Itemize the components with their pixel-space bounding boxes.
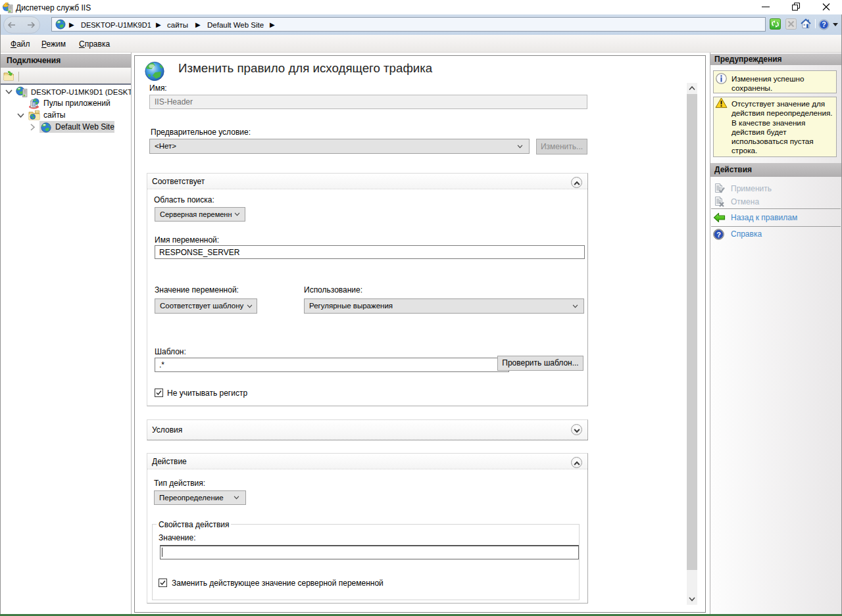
svg-text:?: ? [716, 231, 721, 239]
svg-text:?: ? [822, 20, 826, 28]
